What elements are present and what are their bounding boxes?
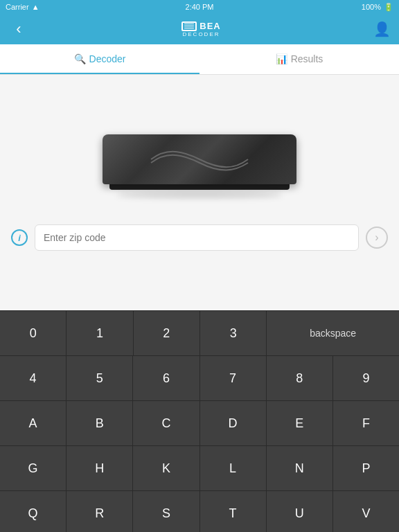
tab-decoder[interactable]: 🔍 Decoder: [0, 44, 200, 74]
key-8[interactable]: 8: [267, 356, 333, 400]
info-button[interactable]: i: [11, 229, 28, 246]
back-icon: ‹: [16, 20, 21, 37]
key-7[interactable]: 7: [200, 356, 267, 400]
device-wave-graphic: [144, 145, 255, 173]
key-f[interactable]: F: [333, 401, 399, 445]
tab-results[interactable]: 📊 Results: [200, 44, 399, 74]
key-g[interactable]: G: [0, 446, 66, 490]
time-label: 2:40 PM: [186, 3, 214, 11]
key-k[interactable]: K: [133, 446, 200, 490]
key-a[interactable]: A: [0, 401, 66, 445]
device-shadow: [116, 191, 283, 198]
key-r[interactable]: R: [66, 491, 133, 532]
zip-code-input[interactable]: [35, 224, 359, 251]
back-button[interactable]: ‹: [8, 20, 29, 38]
key-1[interactable]: 1: [66, 311, 133, 355]
brand-bottom: DECODER: [182, 31, 220, 37]
key-h[interactable]: H: [66, 446, 133, 490]
go-button[interactable]: ›: [366, 227, 388, 249]
logo-icon-area: BEA: [181, 21, 220, 31]
battery-label: 100%: [362, 3, 381, 11]
key-4[interactable]: 4: [0, 356, 66, 400]
key-9[interactable]: 9: [333, 356, 399, 400]
key-q[interactable]: Q: [0, 491, 66, 532]
user-profile-button[interactable]: 👤: [373, 21, 391, 37]
app-header: ‹ BEA DECODER 👤: [0, 14, 399, 44]
tab-results-label: Results: [291, 53, 323, 64]
battery-icon: 🔋: [384, 3, 393, 12]
key-2[interactable]: 2: [134, 311, 200, 355]
key-t[interactable]: T: [200, 491, 267, 532]
key-p[interactable]: P: [333, 446, 399, 490]
keyboard-row-0: 0 1 2 3 backspace: [0, 310, 399, 355]
keyboard-row-1: 4 5 6 7 8 9: [0, 355, 399, 400]
search-icon: 🔍: [74, 53, 86, 64]
device-image: [103, 134, 296, 204]
key-backspace[interactable]: backspace: [267, 311, 399, 355]
chevron-right-icon: ›: [375, 231, 378, 244]
key-u[interactable]: U: [267, 491, 333, 532]
key-s[interactable]: S: [133, 491, 200, 532]
custom-keyboard: 0 1 2 3 backspace 4 5 6 7 8 9 A B C D E …: [0, 310, 399, 532]
keyboard-row-3: G H K L N P: [0, 445, 399, 490]
key-n[interactable]: N: [267, 446, 333, 490]
app-logo: BEA DECODER: [181, 21, 220, 37]
main-content: i ›: [0, 75, 399, 310]
key-b[interactable]: B: [66, 401, 133, 445]
key-l[interactable]: L: [200, 446, 267, 490]
info-icon: i: [18, 233, 21, 243]
chart-icon: 📊: [276, 53, 287, 64]
user-icon: 👤: [373, 21, 391, 37]
device-bottom: [109, 184, 290, 190]
carrier-label: Carrier: [6, 3, 29, 11]
key-3[interactable]: 3: [200, 311, 267, 355]
key-c[interactable]: C: [133, 401, 200, 445]
input-row: i ›: [0, 224, 399, 251]
keyboard-row-2: A B C D E F: [0, 400, 399, 445]
key-d[interactable]: D: [200, 401, 267, 445]
key-5[interactable]: 5: [66, 356, 133, 400]
key-6[interactable]: 6: [133, 356, 200, 400]
key-0[interactable]: 0: [0, 311, 66, 355]
status-bar: Carrier ▲ 2:40 PM 100% 🔋: [0, 0, 399, 14]
tab-decoder-label: Decoder: [89, 53, 126, 64]
key-e[interactable]: E: [267, 401, 333, 445]
keyboard-row-4: Q R S T U V: [0, 490, 399, 532]
barcode-icon: [181, 21, 197, 31]
device-body: [103, 134, 296, 184]
tab-bar: 🔍 Decoder 📊 Results: [0, 44, 399, 75]
key-v[interactable]: V: [333, 491, 399, 532]
brand-top: BEA: [200, 21, 220, 31]
wifi-icon: ▲: [32, 3, 39, 11]
